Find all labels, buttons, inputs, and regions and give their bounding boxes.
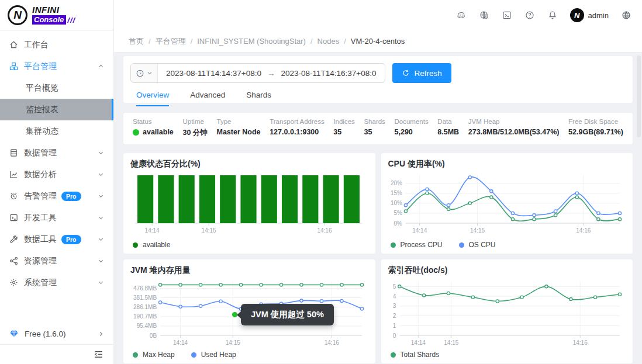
stat-label: Free Disk Space	[568, 118, 623, 125]
tab-advanced[interactable]: Advanced	[190, 91, 225, 106]
svg-text:286.1MB: 286.1MB	[133, 304, 157, 310]
breadcrumb-separator: /	[191, 37, 193, 46]
chevron-down-icon	[98, 236, 104, 242]
sidebar-item-dev-tools[interactable]: 开发工具	[0, 207, 113, 228]
time-range-value[interactable]: 2023-08-11T14:14:37+08:0 → 2023-08-11T14…	[158, 64, 385, 82]
svg-text:190.7MB: 190.7MB	[133, 313, 157, 320]
legend-item-max-heap[interactable]: Max Heap	[133, 351, 175, 359]
stat-label: Status	[133, 118, 174, 125]
stat-value: 273.8MB/512.0MB(53.47%)	[468, 128, 560, 136]
chart-card-jvm-heap-usage: JVM 堆内存用量0B95.4MB190.7MB286.1MB381.5MB47…	[123, 259, 375, 363]
legend-item-available[interactable]: available	[133, 241, 170, 249]
license-row[interactable]: Free (1.6.0)	[0, 323, 113, 344]
svg-text:95.4MB: 95.4MB	[137, 323, 157, 329]
sidebar-item-data-analysis[interactable]: 数据分析	[0, 164, 113, 185]
user-menu[interactable]: N admin	[570, 8, 609, 22]
stat-label: Documents	[395, 118, 429, 125]
chart-canvas-indexing-throughput[interactable]: 01234514:1414:1514:16	[388, 277, 626, 348]
brand-console: Console	[32, 15, 66, 25]
help-icon[interactable]	[524, 10, 535, 20]
breadcrumb-item-1[interactable]: 平台管理	[156, 36, 186, 47]
sidebar-item-label: 告警管理	[24, 191, 57, 202]
sidebar-item-resource-management[interactable]: 资源管理	[0, 250, 113, 272]
chart-canvas-cpu-usage[interactable]: 0%5%10%15%20%14:1414:1514:16	[388, 171, 626, 236]
chevron-down-icon	[147, 70, 153, 76]
status-dot	[133, 129, 139, 136]
sidebar: 工作台 平台管理 平台概览监控报表集群动态 数据管理 数据分析 告警管理 Pro…	[0, 30, 114, 364]
tab-overview[interactable]: Overview	[136, 91, 169, 106]
sidebar-item-data-management[interactable]: 数据管理	[0, 142, 113, 164]
discord-icon[interactable]	[456, 10, 467, 20]
refresh-icon	[402, 69, 410, 77]
menu-fold-icon[interactable]	[93, 349, 104, 360]
sidebar-item-label: 系统管理	[24, 278, 57, 288]
stat-status: Status available	[133, 118, 174, 144]
svg-text:14:16: 14:16	[576, 227, 591, 234]
refresh-button[interactable]: Refresh	[392, 63, 451, 83]
svg-text:14:14: 14:14	[412, 227, 427, 234]
chart-canvas-health-percentage[interactable]: 14:1414:1514:16	[130, 171, 368, 236]
chart-hover-tooltip: JVM 使用超过 50%	[241, 304, 334, 325]
license-label: Free (1.6.0)	[25, 330, 66, 338]
language-icon[interactable]	[621, 10, 631, 20]
svg-text:0%: 0%	[394, 220, 402, 227]
app-root: N INFINI Console ///	[0, 0, 642, 364]
sidebar-item-label: 数据分析	[24, 169, 57, 180]
toolbar-panel: 2023-08-11T14:14:37+08:0 → 2023-08-11T14…	[123, 56, 633, 103]
stat-data: Data 8.5MB	[437, 118, 459, 144]
breadcrumb-item-2[interactable]: INFINI_SYSTEM (ShootingStar)	[197, 37, 306, 46]
breadcrumb-item-3[interactable]: Nodes	[317, 37, 340, 46]
legend-item-process-cpu[interactable]: Process CPU	[391, 241, 443, 249]
svg-text:10%: 10%	[390, 200, 402, 206]
sidebar-item-workbench[interactable]: 工作台	[0, 34, 113, 56]
legend-item-used-heap[interactable]: Used Heap	[191, 351, 236, 359]
home-icon	[9, 40, 18, 49]
stat-label: Indices	[333, 118, 354, 125]
stat-label: Data	[437, 118, 459, 125]
sidebar-item-platform-management[interactable]: 平台管理	[0, 56, 113, 77]
svg-text:14:16: 14:16	[317, 227, 332, 234]
analytics-icon	[9, 170, 18, 179]
stat-label: Uptime	[182, 118, 207, 125]
website-icon[interactable]	[479, 10, 489, 20]
chart-card-cpu-usage: CPU 使用率(%)0%5%10%15%20%14:1414:1514:16Pr…	[381, 153, 633, 254]
sidebar-subitem-platform-overview[interactable]: 平台概览	[0, 77, 113, 99]
stat-shards: Shards 35	[364, 118, 385, 144]
time-range-picker[interactable]: 2023-08-11T14:14:37+08:0 → 2023-08-11T14…	[130, 63, 385, 83]
alarm-icon	[9, 192, 18, 200]
scrollbar[interactable]	[637, 56, 641, 137]
console-icon[interactable]	[502, 10, 512, 20]
legend-item-os-cpu[interactable]: OS CPU	[459, 241, 496, 249]
legend-dot	[191, 352, 196, 358]
stat-uptime: Uptime 30 分钟	[182, 118, 207, 144]
tab-shards[interactable]: Shards	[246, 91, 271, 106]
sidebar-item-system-management[interactable]: 系统管理	[0, 272, 113, 293]
time-picker-toggle[interactable]	[131, 64, 158, 82]
sidebar-item-data-tools[interactable]: 数据工具 Pro	[0, 228, 113, 250]
breadcrumb-item-0[interactable]: 首页	[129, 36, 144, 47]
pro-badge: Pro	[61, 192, 81, 201]
sidebar-item-alerting-management[interactable]: 告警管理 Pro	[0, 185, 113, 207]
stat-value: Master Node	[217, 128, 261, 136]
svg-text:381.5MB: 381.5MB	[133, 294, 157, 301]
legend-item-total-shards[interactable]: Total Shards	[391, 351, 440, 359]
sidebar-subitem-cluster-activities[interactable]: 集群动态	[0, 120, 113, 142]
collapse-row	[0, 344, 113, 364]
svg-text:0B: 0B	[150, 332, 157, 339]
app-logo[interactable]: N INFINI Console ///	[0, 0, 114, 30]
chevron-up-icon	[98, 63, 104, 70]
infini-logo-icon: N	[8, 5, 27, 25]
stat-value: 5,290	[395, 128, 429, 136]
legend-dot	[391, 242, 396, 248]
user-avatar: N	[570, 8, 584, 22]
sidebar-subitem-monitor-reports[interactable]: 监控报表	[0, 99, 113, 120]
stat-value: 30 分钟	[182, 128, 207, 138]
bell-icon[interactable]	[547, 10, 558, 20]
legend-dot	[133, 352, 138, 358]
svg-text:0: 0	[392, 332, 396, 339]
main-area: 首页/平台管理/INFINI_SYSTEM (ShootingStar)/Nod…	[114, 30, 642, 364]
stat-indices: Indices 35	[333, 118, 354, 144]
gear-icon	[9, 278, 18, 287]
sidebar-footer: Free (1.6.0)	[0, 323, 113, 364]
chart-legend: Process CPUOS CPU	[388, 240, 626, 250]
